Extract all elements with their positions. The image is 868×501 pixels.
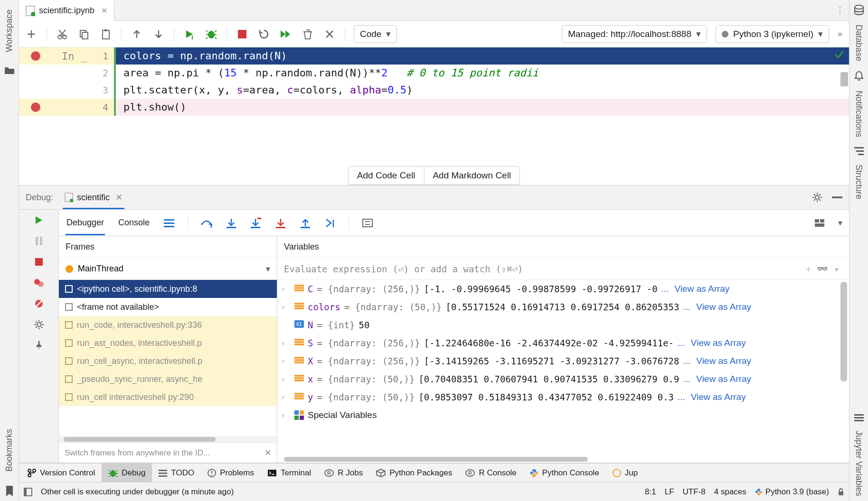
cell-type-select[interactable]: Code ▾ bbox=[354, 25, 397, 43]
pypackages-tool[interactable]: Python Packages bbox=[369, 464, 459, 482]
breakpoint-marker[interactable]: In _ 1 bbox=[19, 47, 114, 65]
cut-button[interactable] bbox=[56, 28, 69, 41]
rjobs-tool[interactable]: RR Jobs bbox=[318, 464, 369, 482]
vcs-tool[interactable]: Version Control bbox=[21, 464, 102, 482]
debug-cell-button[interactable] bbox=[205, 28, 218, 41]
workspace-tab[interactable]: Workspace bbox=[3, 5, 15, 57]
variables-h-scrollbar[interactable] bbox=[277, 456, 849, 463]
frame-item[interactable]: run_cell interactiveshell py:290 bbox=[59, 388, 277, 406]
restart-button[interactable] bbox=[257, 28, 271, 41]
toolbar-overflow-button[interactable]: » bbox=[838, 29, 843, 39]
evaluate-expression-button[interactable] bbox=[361, 217, 374, 229]
view-as-array-link[interactable]: View as Array bbox=[691, 338, 746, 348]
terminal-tool[interactable]: Terminal bbox=[261, 464, 318, 482]
interpreter-widget[interactable]: Python 3.9 (base) bbox=[755, 487, 829, 497]
move-down-button[interactable] bbox=[152, 28, 165, 41]
view-as-array-link[interactable]: View as Array bbox=[691, 392, 746, 402]
chevron-down-icon[interactable]: ▾ bbox=[831, 264, 842, 274]
line-separator[interactable]: LF bbox=[665, 487, 674, 497]
pin-button[interactable] bbox=[32, 339, 46, 352]
frame-item[interactable]: run_ast_nodes, interactiveshell.p bbox=[59, 334, 277, 352]
code-line[interactable]: colors = np.random.rand(N) bbox=[114, 47, 849, 65]
resume-button[interactable] bbox=[32, 213, 46, 227]
delete-cell-button[interactable] bbox=[323, 28, 336, 41]
bookmarks-tab[interactable]: Bookmarks bbox=[3, 424, 15, 476]
clear-output-button[interactable] bbox=[301, 28, 314, 41]
editor-scrollbar[interactable] bbox=[840, 47, 848, 142]
pause-button[interactable] bbox=[32, 234, 46, 248]
variables-v-scrollbar[interactable] bbox=[840, 282, 847, 396]
run-cell-button[interactable] bbox=[183, 28, 196, 41]
code-editor[interactable]: In _ 1 2 3 4 colors = np.random.rand(N) … bbox=[19, 47, 849, 185]
variable-row[interactable]: › C = {ndarray: (256,)} [-1. -0.99969645… bbox=[277, 280, 849, 298]
jupyter-tool[interactable]: Jup bbox=[606, 464, 644, 482]
run-to-cursor-button[interactable] bbox=[324, 217, 336, 229]
structure-tab[interactable]: Structure bbox=[853, 160, 865, 204]
add-markdown-cell-button[interactable]: Add Markdown Cell bbox=[424, 166, 520, 185]
step-over-button[interactable] bbox=[200, 217, 213, 229]
add-code-cell-button[interactable]: Add Code Cell bbox=[348, 166, 425, 185]
debug-tool[interactable]: Debug bbox=[102, 464, 152, 482]
view-as-array-link[interactable]: View as Array bbox=[696, 356, 751, 366]
special-variables-row[interactable]: › Special Variables bbox=[277, 406, 849, 424]
console-tab[interactable]: Console bbox=[117, 211, 151, 235]
pyconsole-tool[interactable]: Python Console bbox=[523, 464, 606, 482]
tool-windows-icon[interactable] bbox=[24, 488, 32, 496]
watch-placeholder[interactable]: Evaluate expression (⏎) or add a watch (… bbox=[284, 264, 800, 274]
rconsole-tool[interactable]: RR Console bbox=[459, 464, 523, 482]
kernel-select[interactable]: Python 3 (ipykernel) ▾ bbox=[716, 25, 829, 43]
frame-item[interactable]: _pseudo_sync_runner, async_he bbox=[59, 370, 277, 388]
view-as-array-link[interactable]: View as Array bbox=[696, 374, 751, 384]
view-as-array-link[interactable]: View as Array bbox=[675, 284, 730, 294]
breakpoint-marker[interactable]: 4 bbox=[19, 99, 114, 116]
close-icon[interactable]: ✕ bbox=[115, 192, 123, 203]
code-line[interactable]: area = np.pi * (15 * np.random.rand(N))*… bbox=[114, 65, 849, 82]
stop-button[interactable] bbox=[236, 28, 249, 41]
code-line[interactable]: plt.scatter(x, y, s=area, c=colors, alph… bbox=[114, 82, 849, 99]
variable-row[interactable]: › S = {ndarray: (256,)} [-1.22464680e-16… bbox=[277, 334, 849, 352]
variable-row[interactable]: › colors = {ndarray: (50,)} [0.55171524 … bbox=[277, 298, 849, 316]
variable-row[interactable]: › x = {ndarray: (50,)} [0.70408351 0.706… bbox=[277, 370, 849, 388]
copy-button[interactable] bbox=[77, 28, 91, 41]
cursor-position[interactable]: 8:1 bbox=[645, 487, 656, 497]
layout-settings-button[interactable] bbox=[813, 217, 826, 229]
move-up-button[interactable] bbox=[130, 28, 143, 41]
view-breakpoints-button[interactable] bbox=[32, 276, 46, 289]
mute-breakpoints-button[interactable] bbox=[32, 297, 46, 310]
step-out-button[interactable] bbox=[299, 217, 311, 229]
frame-item[interactable]: <ipython cell>, scientific.ipynb:8 bbox=[59, 280, 277, 298]
watch-glasses-icon[interactable]: 👓 bbox=[817, 263, 828, 274]
jupyter-variables-tab[interactable]: Jupyter Variables bbox=[853, 426, 865, 501]
close-icon[interactable]: ✕ bbox=[101, 6, 107, 15]
expand-icon[interactable]: › bbox=[282, 339, 291, 347]
chevron-down-icon[interactable]: ▾ bbox=[838, 218, 842, 228]
threads-icon[interactable] bbox=[163, 217, 175, 229]
todo-tool[interactable]: TODO bbox=[152, 464, 201, 482]
frames-h-scrollbar[interactable] bbox=[59, 436, 277, 443]
variable-row[interactable]: › y = {ndarray: (50,)} [0.9853097 0.5184… bbox=[277, 388, 849, 406]
add-watch-icon[interactable]: ＋ bbox=[802, 263, 814, 275]
stop-button[interactable] bbox=[32, 255, 46, 269]
expand-icon[interactable]: › bbox=[282, 375, 291, 383]
variable-row[interactable]: 01 N = {int} 50 bbox=[277, 316, 849, 334]
tab-menu-icon[interactable]: ⋮ bbox=[831, 0, 849, 20]
status-lock-icon[interactable] bbox=[838, 488, 844, 496]
view-as-array-link[interactable]: View as Array bbox=[696, 302, 751, 312]
gear-icon[interactable] bbox=[812, 192, 822, 203]
frame-item[interactable]: run_cell_async, interactiveshell.p bbox=[59, 352, 277, 370]
indent-setting[interactable]: 4 spaces bbox=[714, 487, 746, 497]
variable-row[interactable]: › X = {ndarray: (256,)} [-3.14159265 -3.… bbox=[277, 352, 849, 370]
frame-item[interactable]: <frame not available> bbox=[59, 298, 277, 316]
thread-selector[interactable]: MainThread ▾ bbox=[59, 258, 277, 280]
expand-icon[interactable]: › bbox=[282, 393, 291, 401]
step-into-button[interactable] bbox=[225, 217, 237, 229]
paste-button[interactable] bbox=[99, 28, 113, 41]
server-select[interactable]: Managed: http://localhost:8888 ▾ bbox=[562, 25, 707, 43]
code-line[interactable]: plt.show() bbox=[114, 99, 849, 116]
file-tab-scientific[interactable]: scientific.ipynb ✕ bbox=[19, 0, 114, 21]
debugger-tab[interactable]: Debugger bbox=[66, 211, 105, 235]
debug-session-tab[interactable]: scientific ✕ bbox=[63, 186, 124, 209]
settings-button[interactable] bbox=[32, 318, 46, 331]
step-into-mycode-button[interactable] bbox=[250, 217, 262, 229]
database-tab[interactable]: Database bbox=[853, 20, 865, 66]
